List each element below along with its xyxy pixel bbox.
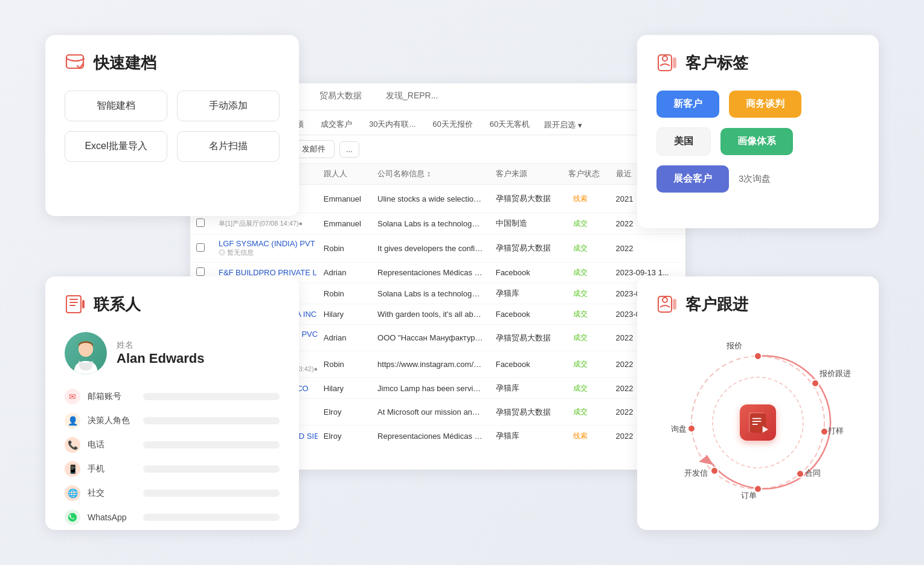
field-email: ✉ 邮箱账号 — [65, 389, 280, 404]
row-source: 孕猫贸易大数据 — [490, 399, 563, 426]
row-company: LGF SYSMAC (INDIA) PVT LTD ◎ 暂无信息 — [213, 234, 318, 263]
chevron-down-icon: ▾ — [578, 121, 582, 130]
svg-rect-11 — [673, 57, 676, 68]
tag-buttons: 新客户 商务谈判 美国 画像体系 展会客户 3次询盘 — [656, 91, 859, 193]
card-scan-button[interactable]: 名片扫描 — [177, 131, 280, 162]
customer-followup-card: 客户跟进 — [637, 276, 879, 530]
row-status: 成交 — [562, 263, 609, 283]
row-source: 孕猫库 — [490, 378, 563, 399]
row-source: 孕猫库 — [490, 283, 563, 304]
label-dingdan: 订单 — [741, 490, 757, 501]
row-owner: Elroy — [318, 426, 371, 442]
row-checkbox[interactable] — [190, 234, 213, 263]
customer-tags-card: 客户标签 新客户 商务谈判 美国 画像体系 展会客户 3次询盘 — [637, 35, 879, 228]
tag-exhibition-customer[interactable]: 展会客户 — [656, 165, 729, 193]
subtab-60day-noquote[interactable]: 60天无报价 — [424, 115, 481, 135]
row-status: 线索 — [562, 426, 609, 442]
row-owner: Adrian — [318, 263, 371, 283]
row-source: Facebook — [490, 351, 563, 378]
tag-portrait-system[interactable]: 画像体系 — [720, 128, 793, 155]
row-status: 成交 — [562, 213, 609, 234]
label-baojia-genjin: 报价跟进 — [820, 368, 851, 379]
row-desc: Jimco Lamp has been serving t... — [371, 378, 490, 399]
tag-inquiry-count: 3次询盘 — [739, 166, 771, 192]
row-status: 成交 — [562, 234, 609, 263]
phone-icon: 📞 — [65, 437, 80, 453]
row-owner: Hilary — [318, 304, 371, 325]
row-status: 线索 — [562, 185, 609, 213]
row-source: 孕猫贸易大数据 — [490, 234, 563, 263]
contact-avatar — [65, 332, 107, 374]
circle-labels: 报价 报价跟进 打样 合同 订单 开发信 询盘 — [673, 338, 842, 507]
tag-business-negotiation[interactable]: 商务谈判 — [729, 91, 801, 118]
quick-archive-card: 快速建档 智能建档 手动添加 Excel批量导入 名片扫描 — [45, 35, 299, 216]
row-desc: https://www.instagram.com/el... — [371, 351, 490, 378]
smart-archive-button[interactable]: 智能建档 — [65, 91, 167, 121]
quick-archive-buttons: 智能建档 手动添加 Excel批量导入 名片扫描 — [65, 91, 280, 162]
svg-point-13 — [663, 298, 667, 302]
toolbar-email-btn[interactable]: 发邮件 — [293, 140, 335, 158]
table-row[interactable]: LGF SYSMAC (INDIA) PVT LTD ◎ 暂无信息 Robin … — [190, 234, 685, 263]
svg-rect-4 — [69, 305, 75, 306]
svg-rect-5 — [82, 300, 85, 308]
row-desc: It gives developers the confide... — [371, 234, 490, 263]
row-source: 孕猫贸易大数据 — [490, 185, 563, 213]
subtab-30day[interactable]: 30天内有联... — [361, 115, 424, 135]
tab-trade-data[interactable]: 贸易大数据 — [307, 83, 374, 110]
toolbar-more-btn[interactable]: ... — [339, 141, 359, 158]
row-owner: Robin — [318, 234, 371, 263]
field-mobile: 📱 手机 — [65, 461, 280, 477]
label-kaifaxin: 开发信 — [684, 468, 708, 479]
tag-new-customer[interactable]: 新客户 — [656, 91, 719, 118]
row-owner: Robin — [318, 351, 371, 378]
contact-fields: ✉ 邮箱账号 👤 决策人角色 📞 电话 📱 手机 — [65, 389, 280, 525]
subtab-more[interactable]: 跟开启选 ▾ — [538, 115, 588, 135]
cards-area: 快速建档 智能建档 手动添加 Excel批量导入 名片扫描 客户管理 找买家 贸… — [45, 35, 879, 530]
page-wrapper: 快速建档 智能建档 手动添加 Excel批量导入 名片扫描 客户管理 找买家 贸… — [0, 0, 924, 565]
field-social-label: 社交 — [88, 488, 136, 499]
subtab-60day-nomachine[interactable]: 60天无客机 — [481, 115, 538, 135]
row-desc: With garden tools, it's all about... — [371, 304, 490, 325]
row-status: 成交 — [562, 378, 609, 399]
tag-usa[interactable]: 美国 — [656, 127, 711, 156]
label-dayan: 打样 — [828, 426, 844, 436]
circle-diagram: 报价 报价跟进 打样 合同 订单 开发信 询盘 — [673, 338, 842, 507]
whatsapp-icon — [65, 509, 80, 525]
row-owner: Robin — [318, 283, 371, 304]
row-owner: Adrian — [318, 325, 371, 351]
label-baojia: 报价 — [727, 340, 742, 351]
row-owner: Emmanuel — [318, 213, 371, 234]
field-phone: 📞 电话 — [65, 437, 280, 453]
svg-rect-1 — [66, 296, 81, 313]
subtab-deals[interactable]: 成交客户 — [312, 115, 361, 135]
tab-repr[interactable]: 发现_REPR... — [374, 83, 450, 110]
quick-archive-title: 快速建档 — [65, 52, 280, 74]
row-source: Facebook — [490, 263, 563, 283]
quick-archive-icon — [65, 52, 86, 74]
row-status: 成交 — [562, 399, 609, 426]
row-desc: Representaciones Médicas del... — [371, 263, 490, 283]
svg-rect-3 — [69, 302, 78, 303]
tag-row-2: 美国 画像体系 — [656, 127, 859, 156]
manual-add-button[interactable]: 手动添加 — [177, 91, 280, 121]
col-status: 客户状态 — [562, 164, 609, 185]
tags-icon — [656, 52, 678, 74]
field-social-value — [143, 490, 280, 497]
col-desc: 公司名称信息 ↕ — [371, 164, 490, 185]
tags-title: 客户标签 — [656, 52, 859, 74]
quick-archive-title-text: 快速建档 — [94, 53, 156, 74]
field-role: 👤 决策人角色 — [65, 413, 280, 429]
label-hetong: 合同 — [805, 468, 821, 479]
svg-point-10 — [663, 56, 667, 61]
row-desc: ООО "Нассан Мануфактурит..." — [371, 325, 490, 351]
row-status: 成交 — [562, 351, 609, 378]
svg-rect-14 — [673, 299, 676, 310]
excel-import-button[interactable]: Excel批量导入 — [65, 131, 167, 162]
field-whatsapp: WhatsApp — [65, 509, 280, 525]
field-phone-value — [143, 441, 280, 448]
row-source: 中国制造 — [490, 213, 563, 234]
followup-title: 客户跟进 — [656, 293, 859, 315]
row-source: 孕猫贸易大数据 — [490, 325, 563, 351]
tag-row-3: 展会客户 3次询盘 — [656, 165, 859, 193]
svg-rect-12 — [658, 296, 672, 312]
